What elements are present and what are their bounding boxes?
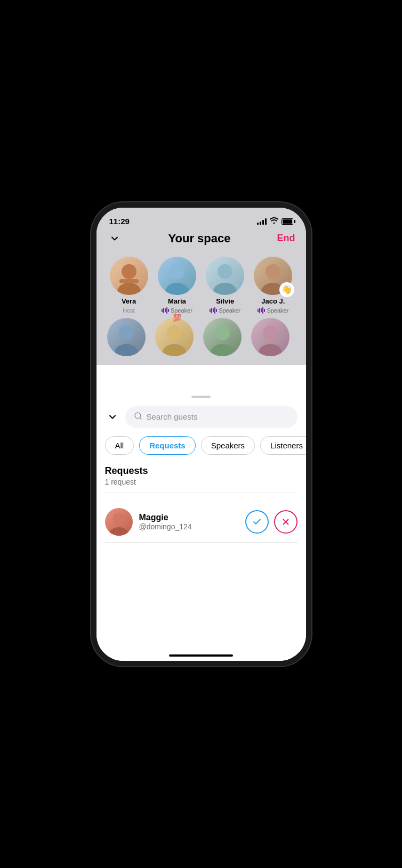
avatar xyxy=(206,257,244,295)
tab-requests[interactable]: Requests xyxy=(139,436,196,455)
tab-all[interactable]: All xyxy=(105,436,134,455)
battery-icon xyxy=(282,218,293,225)
avatar xyxy=(110,257,148,295)
waving-hand-icon: 👋 xyxy=(279,282,294,297)
hundred-emoji: 💯 xyxy=(173,314,181,321)
request-actions xyxy=(245,510,298,534)
svg-point-19 xyxy=(113,513,125,525)
listener-avatar[interactable] xyxy=(251,318,290,356)
listeners-row: 💯 xyxy=(107,318,295,356)
requests-count: 1 request xyxy=(105,478,298,486)
request-info: Maggie @domingo_124 xyxy=(139,513,239,531)
speaker-item: Maria Speaker xyxy=(155,257,199,314)
avatar-container[interactable] xyxy=(110,257,148,295)
avatar-container[interactable] xyxy=(158,257,196,295)
audio-wave-icon xyxy=(162,307,169,314)
svg-rect-2 xyxy=(119,279,139,283)
accept-button[interactable] xyxy=(245,510,269,534)
reject-button[interactable] xyxy=(274,510,298,534)
speaker-role: Host xyxy=(123,307,135,314)
collapse-button[interactable] xyxy=(107,231,122,246)
wifi-icon xyxy=(270,217,278,225)
requests-section: Requests 1 request xyxy=(105,465,298,486)
speaker-name: Maria xyxy=(168,297,186,305)
speakers-grid: Vera Host Maria xyxy=(107,257,295,314)
role-label: Speaker xyxy=(267,307,288,314)
status-icons xyxy=(257,217,293,225)
status-time: 11:29 xyxy=(109,217,130,226)
svg-point-13 xyxy=(215,325,230,340)
listener-avatar[interactable] xyxy=(203,318,242,356)
svg-point-9 xyxy=(119,325,134,340)
search-bar-row: Search guests xyxy=(105,406,298,428)
audio-wave-icon xyxy=(210,307,217,314)
speaker-name: Jaco J. xyxy=(261,297,285,305)
svg-point-11 xyxy=(167,325,182,340)
listener-avatar[interactable] xyxy=(155,318,194,356)
status-bar: 11:29 xyxy=(97,208,306,231)
phone-frame: 11:29 xyxy=(97,208,306,661)
speaker-role: Speaker xyxy=(210,307,240,314)
listener-avatar-container: 💯 xyxy=(155,318,199,356)
svg-point-1 xyxy=(117,283,141,295)
signal-icon xyxy=(257,218,267,225)
requests-title: Requests xyxy=(105,465,298,477)
svg-point-7 xyxy=(266,264,280,279)
svg-point-5 xyxy=(218,264,232,279)
bottom-sheet: Search guests All Requests Speakers List… xyxy=(97,389,306,661)
speaker-item: 👋 Jaco J. Speaker xyxy=(251,257,295,314)
drag-handle xyxy=(191,396,211,398)
role-label: Speaker xyxy=(171,307,192,314)
svg-line-18 xyxy=(140,417,141,419)
tab-speakers[interactable]: Speakers xyxy=(201,436,255,455)
svg-point-10 xyxy=(115,344,138,356)
search-icon xyxy=(134,412,142,422)
avatar xyxy=(158,257,196,295)
speaker-name: Silvie xyxy=(216,297,234,305)
search-input[interactable]: Search guests xyxy=(147,412,198,421)
bottom-divider xyxy=(105,542,298,543)
audio-wave-icon xyxy=(258,307,265,314)
request-handle: @domingo_124 xyxy=(139,522,239,531)
top-section: Your space End Vera Ho xyxy=(97,231,306,365)
avatar-container[interactable]: 👋 xyxy=(254,257,292,295)
request-name: Maggie xyxy=(139,513,239,522)
role-label: Speaker xyxy=(219,307,240,314)
avatar-container[interactable] xyxy=(206,257,244,295)
speaker-item: Silvie Speaker xyxy=(203,257,247,314)
space-title: Your space xyxy=(168,232,231,245)
header: Your space End xyxy=(107,231,295,246)
svg-point-4 xyxy=(165,283,189,295)
speaker-item: Vera Host xyxy=(107,257,151,314)
speaker-role: Speaker xyxy=(258,307,288,314)
sheet-collapse-button[interactable] xyxy=(105,410,120,424)
svg-point-0 xyxy=(122,264,136,279)
home-indicator xyxy=(169,654,233,657)
svg-point-14 xyxy=(211,344,234,356)
tab-listeners[interactable]: Listeners xyxy=(260,436,305,455)
svg-point-12 xyxy=(163,344,186,356)
listener-avatar[interactable] xyxy=(107,318,146,356)
svg-point-6 xyxy=(213,283,237,295)
svg-point-15 xyxy=(263,325,278,340)
filter-tabs: All Requests Speakers Listeners xyxy=(105,436,298,455)
end-button[interactable]: End xyxy=(277,233,295,244)
svg-point-16 xyxy=(259,344,282,356)
search-input-wrapper[interactable]: Search guests xyxy=(125,406,298,428)
speaker-role: Speaker xyxy=(162,307,192,314)
svg-point-20 xyxy=(109,527,128,536)
speaker-name: Vera xyxy=(122,297,136,305)
divider xyxy=(105,493,298,493)
request-item: Maggie @domingo_124 xyxy=(105,502,298,542)
request-avatar xyxy=(105,508,133,536)
svg-point-3 xyxy=(170,264,184,279)
